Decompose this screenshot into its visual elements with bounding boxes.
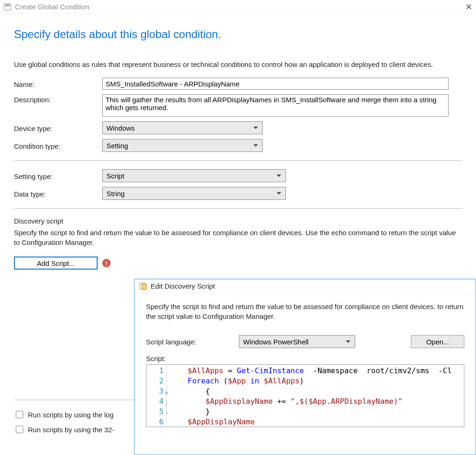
checkbox-group: Run scripts by using the log Run scripts… <box>14 400 135 439</box>
checkbox-logged-on-label: Run scripts by using the log <box>28 411 113 419</box>
edit-discovery-script-dialog: Edit Discovery Script Specify the script… <box>134 279 476 455</box>
checkbox-logged-on[interactable] <box>16 411 23 418</box>
nested-title: Edit Discovery Script <box>151 282 215 290</box>
name-input[interactable] <box>102 78 449 90</box>
discovery-desc: Specify the script to find and return th… <box>14 228 462 247</box>
svg-rect-1 <box>5 5 10 6</box>
page-intro: Use global conditions as rules that repr… <box>14 59 462 69</box>
warning-icon: ! <box>102 259 111 267</box>
label-description: Description: <box>14 94 102 104</box>
discovery-title: Discovery script <box>14 217 462 225</box>
nested-titlebar: Edit Discovery Script <box>135 279 476 293</box>
data-type-select[interactable]: String <box>102 187 286 200</box>
add-script-row: Add Script... ! <box>14 257 462 270</box>
label-name: Name: <box>14 79 102 88</box>
label-data-type: Data type: <box>14 189 102 198</box>
check-32bit: Run scripts by using the 32- <box>14 424 135 435</box>
label-script: Script: <box>146 355 464 363</box>
checkbox-32bit-label: Run scripts by using the 32- <box>28 426 114 434</box>
titlebar: Create Global Condition ✕ <box>0 0 476 14</box>
script-language-select[interactable]: Windows PowerShell <box>239 335 355 348</box>
device-type-select[interactable]: Windows <box>102 121 263 134</box>
row-condition-type: Condition type: Setting <box>14 139 462 152</box>
row-data-type: Data type: String <box>14 187 462 200</box>
row-name: Name: <box>14 78 462 90</box>
add-script-button[interactable]: Add Script... <box>14 257 98 270</box>
label-script-language: Script language: <box>146 338 239 346</box>
app-icon <box>4 3 11 11</box>
page-heading: Specify details about this global condit… <box>14 28 462 41</box>
script-content[interactable]: $AllApps = Get-CimInstance -Namespace ro… <box>167 365 464 427</box>
open-script-button[interactable]: Open... <box>411 335 464 348</box>
dialog-body: Specify details about this global condit… <box>0 14 476 270</box>
close-icon[interactable]: ✕ <box>454 2 472 12</box>
checkbox-32bit[interactable] <box>16 426 23 433</box>
description-input[interactable] <box>102 94 449 117</box>
nested-body: Specify the script to find and return th… <box>135 293 476 427</box>
script-editor[interactable]: 1 2 3 4 5 6 ⊟│└ $AllApps = Get-CimInstan… <box>146 364 464 427</box>
window-title: Create Global Condition <box>15 3 454 11</box>
divider <box>14 160 462 161</box>
label-condition-type: Condition type: <box>14 141 102 150</box>
check-logged-on: Run scripts by using the log <box>14 409 135 420</box>
condition-type-select[interactable]: Setting <box>102 139 263 152</box>
row-device-type: Device type: Windows <box>14 121 462 134</box>
row-description: Description: <box>14 94 462 117</box>
line-numbers: 1 2 3 4 5 6 ⊟│└ <box>146 365 167 427</box>
script-icon <box>139 283 147 290</box>
row-setting-type: Setting type: Script <box>14 169 462 182</box>
nested-intro: Specify the script to find and return th… <box>146 302 464 321</box>
row-script-language: Script language: Windows PowerShell Open… <box>146 335 464 348</box>
divider-2 <box>14 208 462 209</box>
label-setting-type: Setting type: <box>14 171 102 180</box>
label-device-type: Device type: <box>14 123 102 132</box>
fold-icon[interactable]: ⊟│└ <box>164 388 169 409</box>
setting-type-select[interactable]: Script <box>102 169 286 182</box>
svg-rect-3 <box>142 284 146 290</box>
